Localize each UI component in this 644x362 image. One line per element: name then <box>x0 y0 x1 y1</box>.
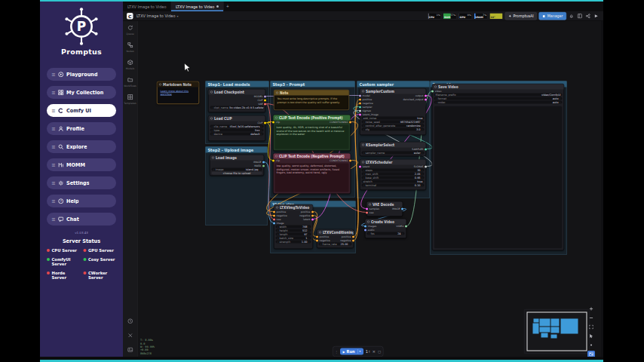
widget-length[interactable]: ‹length97› <box>276 233 311 236</box>
input-port-negative[interactable] <box>316 240 318 242</box>
widget-cfg[interactable]: ‹cfg3.0› <box>362 128 425 131</box>
input-port-samples[interactable] <box>366 208 368 210</box>
decrement-icon[interactable]: ‹ <box>278 225 278 229</box>
widget-control_after_generate[interactable]: ‹control_after_generaterandomize› <box>362 124 425 127</box>
node-ltxv-scheduler[interactable]: LTXVSchedulerlatentSIGMAS‹steps30›‹max_s… <box>360 159 426 190</box>
collapse-dot-icon[interactable] <box>367 221 370 223</box>
widget-max_shift[interactable]: ‹max_shift2.05› <box>362 173 425 176</box>
sidebar-item-explore[interactable]: ≡Explore <box>47 140 116 153</box>
output-port-negative[interactable] <box>352 240 354 242</box>
output-port-positive[interactable] <box>352 236 354 238</box>
widget-device[interactable]: ‹devicedefault› <box>210 133 264 136</box>
increment-icon[interactable]: › <box>422 176 422 179</box>
decrement-icon[interactable]: ‹ <box>363 176 364 179</box>
decrement-icon[interactable]: ‹ <box>278 229 278 232</box>
input-port-negative[interactable] <box>359 103 361 105</box>
increment-icon[interactable]: › <box>259 168 260 171</box>
output-port-CLIP[interactable] <box>264 122 266 124</box>
increment-icon[interactable]: › <box>422 128 422 131</box>
decrement-icon[interactable]: ‹ <box>278 241 278 244</box>
widget-clip_name[interactable]: ‹clip_namet5xxl_fp16.safetensors› <box>210 125 264 128</box>
increment-icon[interactable]: › <box>422 124 422 127</box>
widget-add_noise[interactable]: add_noisetrue <box>362 117 425 120</box>
input-port-vae[interactable] <box>366 212 368 214</box>
decrement-icon[interactable]: ‹ <box>363 121 364 124</box>
sidebar-item-profile[interactable]: ≡Profile <box>47 122 116 135</box>
sidebar-item-help[interactable]: ≡?Help <box>47 195 116 207</box>
output-port-latent[interactable] <box>311 219 314 221</box>
output-port-denoised_output[interactable] <box>425 99 427 101</box>
increment-icon[interactable]: › <box>261 133 262 136</box>
collapse-dot-icon[interactable] <box>276 92 278 94</box>
collapse-icon[interactable] <box>593 13 600 20</box>
input-port-images[interactable] <box>364 225 366 228</box>
collapse-dot-icon[interactable] <box>369 204 371 206</box>
widget-sampler_name[interactable]: ‹sampler_nameeuler› <box>362 152 425 155</box>
output-port-IMAGE[interactable] <box>262 161 265 164</box>
output-port-CLIP[interactable] <box>264 100 266 102</box>
workflow-tab[interactable]: LTXV Image to Video <box>171 2 223 11</box>
widget-batch_size[interactable]: ‹batch_size1› <box>276 237 311 240</box>
input-port-video[interactable] <box>431 90 434 93</box>
run-button[interactable]: ▶ Run ▾ <box>340 348 363 355</box>
collapse-dot-icon[interactable] <box>275 155 278 158</box>
widget-stretch[interactable]: stretchtrue <box>362 180 425 183</box>
node-load-checkpoint[interactable]: Load CheckpointMODELCLIPVAE‹ckpt_nameltx… <box>208 89 265 112</box>
sidebar-item-momm[interactable]: ≡MOMM <box>47 158 116 171</box>
minimap[interactable] <box>524 309 590 354</box>
decrement-icon[interactable]: ‹ <box>212 133 213 136</box>
workflow-name[interactable]: LTXV Image to Video <box>136 14 175 19</box>
decrement-icon[interactable]: ‹ <box>212 125 213 128</box>
increment-icon[interactable]: › <box>560 97 560 100</box>
zoom-out-button[interactable] <box>587 314 595 321</box>
toggle-minimap-button[interactable] <box>587 351 595 357</box>
batch-count-stepper[interactable]: 1 ▴▾ <box>366 349 370 354</box>
output-port-IMAGE[interactable] <box>401 208 403 210</box>
collapse-dot-icon[interactable] <box>159 84 161 86</box>
node-note[interactable]: NoteYou must write long descriptive prom… <box>274 90 349 110</box>
widget-noise_seed[interactable]: ‹noise_seed987654321987› <box>362 121 425 124</box>
input-port-sigmas[interactable] <box>359 110 361 112</box>
input-port-latent[interactable] <box>359 166 361 168</box>
collapse-dot-icon[interactable] <box>210 118 213 120</box>
decrement-icon[interactable]: ‹ <box>369 232 370 235</box>
output-port-positive[interactable] <box>311 211 314 213</box>
collapse-dot-icon[interactable] <box>434 86 437 88</box>
widget-choose-file-to-upload[interactable]: choose file to upload <box>212 172 262 175</box>
sidebar-item-settings[interactable]: ≡Settings <box>47 176 116 189</box>
run-options-chevron-icon[interactable]: ▾ <box>360 350 361 353</box>
decrement-icon[interactable]: ‹ <box>212 106 213 109</box>
input-port-image[interactable] <box>273 222 275 225</box>
node-ksampler-select[interactable]: KSamplerSelectSAMPLER‹sampler_nameeuler› <box>360 142 426 156</box>
tool-gallery[interactable] <box>123 347 137 354</box>
tool-templates[interactable]: Templates <box>123 94 137 104</box>
widget-height[interactable]: ‹height512› <box>276 229 311 232</box>
share-icon[interactable] <box>585 13 592 20</box>
widget-terminal[interactable]: ‹terminal0.10› <box>362 184 425 187</box>
decrement-icon[interactable]: ‹ <box>363 169 364 172</box>
tool-model-library[interactable]: Models <box>123 60 137 69</box>
widget-image[interactable]: ‹imageisland.jpg› <box>212 168 262 171</box>
decrement-icon[interactable]: ‹ <box>278 237 278 240</box>
widget-filename_prefix[interactable]: filename_prefixvideo/ComfyUI <box>434 94 563 97</box>
output-port-CONDITIONING[interactable] <box>349 121 351 124</box>
output-port-CONDITIONING[interactable] <box>349 160 351 162</box>
increment-icon[interactable]: › <box>261 129 262 132</box>
input-port-positive[interactable] <box>273 211 275 213</box>
decrement-icon[interactable]: ‹ <box>212 129 213 132</box>
increment-icon[interactable]: › <box>402 232 403 235</box>
widget-codec[interactable]: ‹codecauto› <box>434 101 563 104</box>
node-save-video[interactable]: Save Videovideofilename_prefixvideo/Comf… <box>432 84 564 250</box>
node-load-clip[interactable]: Load CLIPCLIP‹clip_namet5xxl_fp16.safete… <box>208 115 265 141</box>
tool-history[interactable] <box>123 318 137 326</box>
output-port-SAMPLER[interactable] <box>425 149 427 151</box>
collapse-dot-icon[interactable] <box>362 90 364 93</box>
decrement-icon[interactable]: ‹ <box>320 243 321 246</box>
tool-shortcuts[interactable] <box>123 333 137 340</box>
collapse-dot-icon[interactable] <box>276 207 278 209</box>
decrement-icon[interactable]: ‹ <box>363 128 364 131</box>
node-markdown-note[interactable]: Markdown NoteLearn more about this workf… <box>157 81 199 104</box>
decrement-icon[interactable]: ‹ <box>363 184 364 187</box>
collapse-dot-icon[interactable] <box>362 144 364 146</box>
input-port-audio[interactable] <box>364 229 366 232</box>
